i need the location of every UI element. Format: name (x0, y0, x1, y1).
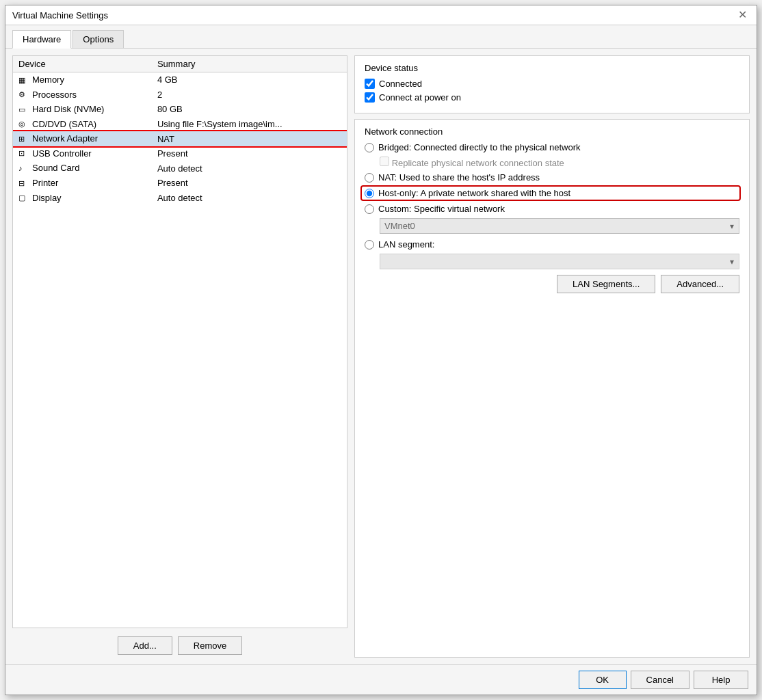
replicate-label: Replicate physical network connection st… (392, 158, 564, 168)
table-row[interactable]: ⊡USB ControllerPresent (13, 146, 347, 161)
nat-label: NAT: Used to share the host's IP address (378, 172, 540, 183)
custom-dropdown-wrapper: VMnet0VMnet1VMnet2 (380, 218, 739, 234)
custom-dropdown-row: VMnet0VMnet1VMnet2 (380, 218, 739, 234)
custom-label: Custom: Specific virtual network (378, 204, 505, 214)
table-row[interactable]: ▢DisplayAuto detect (13, 191, 347, 206)
lan-label: LAN segment: (378, 239, 434, 250)
left-panel: Device Summary ▦Memory4 GB⚙Processors2▭H… (12, 55, 347, 658)
remove-button[interactable]: Remove (178, 636, 242, 655)
hostonly-radio[interactable] (365, 189, 374, 198)
footer: OK Cancel Help (5, 664, 757, 695)
col-summary-header: Summary (152, 56, 347, 72)
device-status-section: Device status Connected Connect at power… (354, 55, 750, 113)
advanced-button[interactable]: Advanced... (661, 275, 739, 293)
lan-dropdown[interactable] (380, 254, 739, 269)
device-buttons: Add... Remove (12, 634, 347, 658)
bottom-btn-row: LAN Segments... Advanced... (365, 275, 739, 293)
table-row[interactable]: ⊞Network AdapterNAT (13, 131, 347, 146)
add-button[interactable]: Add... (118, 636, 172, 655)
nat-radio-row: NAT: Used to share the host's IP address (365, 172, 739, 183)
custom-radio[interactable] (365, 204, 374, 214)
custom-radio-row: Custom: Specific virtual network (365, 204, 739, 214)
power-on-row: Connect at power on (365, 92, 739, 103)
nat-radio[interactable] (365, 173, 374, 183)
table-row[interactable]: ◎CD/DVD (SATA)Using file F:\System image… (13, 117, 347, 132)
table-row[interactable]: ♪Sound CardAuto detect (13, 161, 347, 176)
custom-dropdown[interactable]: VMnet0VMnet1VMnet2 (380, 218, 739, 234)
hostonly-radio-row: Host-only: A private network shared with… (362, 187, 739, 200)
lan-dropdown-wrapper (380, 254, 739, 269)
lan-segments-button[interactable]: LAN Segments... (557, 275, 655, 293)
table-row[interactable]: ▦Memory4 GB (13, 72, 347, 88)
bridged-radio[interactable] (365, 143, 374, 152)
right-panel: Device status Connected Connect at power… (354, 55, 750, 658)
tab-hardware[interactable]: Hardware (12, 30, 71, 49)
close-button[interactable]: ✕ (735, 10, 750, 21)
network-connection-title: Network connection (365, 126, 739, 137)
table-row[interactable]: ⚙Processors2 (13, 88, 347, 103)
power-on-label: Connect at power on (379, 92, 461, 103)
table-row[interactable]: ▭Hard Disk (NVMe)80 GB (13, 102, 347, 117)
connected-checkbox[interactable] (365, 79, 375, 89)
connected-label: Connected (379, 79, 422, 89)
lan-radio-row: LAN segment: (365, 239, 739, 250)
tab-options[interactable]: Options (73, 30, 124, 49)
network-connection-section: Network connection Bridged: Connected di… (354, 119, 750, 658)
connected-row: Connected (365, 79, 739, 89)
bridged-sub-option: Replicate physical network connection st… (380, 157, 739, 168)
hostonly-label: Host-only: A private network shared with… (378, 188, 570, 198)
main-content: Device Summary ▦Memory4 GB⚙Processors2▭H… (5, 49, 757, 664)
title-bar: Virtual Machine Settings ✕ (5, 5, 757, 25)
lan-radio[interactable] (365, 240, 374, 250)
device-status-title: Device status (365, 63, 739, 73)
replicate-checkbox[interactable] (380, 157, 389, 166)
bridged-label: Bridged: Connected directly to the physi… (378, 142, 581, 152)
tabs-container: Hardware Options (5, 25, 757, 49)
ok-button[interactable]: OK (579, 671, 627, 689)
col-device-header: Device (13, 56, 152, 72)
table-row[interactable]: ⊟PrinterPresent (13, 176, 347, 191)
dialog-title: Virtual Machine Settings (12, 10, 108, 21)
power-on-checkbox[interactable] (365, 92, 375, 103)
lan-dropdown-row (380, 254, 739, 269)
virtual-machine-settings-dialog: Virtual Machine Settings ✕ Hardware Opti… (5, 5, 757, 695)
cancel-button[interactable]: Cancel (631, 671, 689, 689)
device-table: Device Summary ▦Memory4 GB⚙Processors2▭H… (12, 55, 347, 628)
help-button[interactable]: Help (694, 671, 748, 689)
bridged-radio-row: Bridged: Connected directly to the physi… (365, 142, 739, 152)
